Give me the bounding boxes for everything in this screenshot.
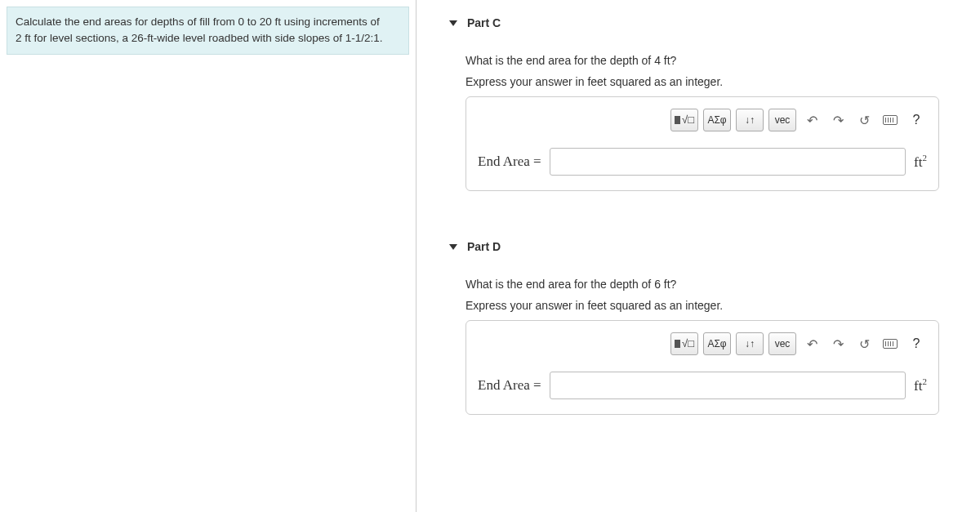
- rect-icon: [675, 116, 680, 124]
- redo-button[interactable]: ↷: [827, 332, 849, 355]
- part-c-answer-input[interactable]: [550, 148, 906, 176]
- keyboard-button[interactable]: [880, 332, 901, 355]
- undo-button[interactable]: ↶: [801, 332, 822, 355]
- undo-button[interactable]: ↶: [801, 109, 822, 131]
- problem-statement: Calculate the end areas for depths of fi…: [7, 7, 409, 55]
- help-button[interactable]: ?: [906, 332, 927, 355]
- part-c-title: Part C: [467, 16, 501, 29]
- help-button[interactable]: ?: [906, 109, 927, 131]
- left-panel: Calculate the end areas for depths of fi…: [0, 0, 416, 512]
- reset-button[interactable]: ↺: [853, 109, 875, 131]
- chevron-down-icon: [449, 20, 457, 26]
- part-c: Part C What is the end area for the dept…: [449, 16, 972, 191]
- subscript-button[interactable]: ↓↑: [736, 109, 764, 131]
- vec-button[interactable]: vec: [768, 109, 796, 131]
- problem-line-1: Calculate the end areas for depths of fi…: [16, 16, 380, 28]
- part-c-answer-unit: ft2: [914, 153, 927, 171]
- problem-line-2: 2 ft for level sections, a 26-ft-wide le…: [16, 32, 383, 44]
- part-d-answer-input[interactable]: [550, 372, 906, 399]
- keyboard-icon: [883, 339, 898, 349]
- part-d-title: Part D: [467, 240, 501, 253]
- right-panel: Part C What is the end area for the dept…: [416, 0, 980, 512]
- part-d-header[interactable]: Part D: [449, 240, 972, 253]
- templates-button[interactable]: √□: [670, 332, 698, 355]
- part-c-header[interactable]: Part C: [449, 16, 972, 29]
- rect-icon: [675, 340, 680, 348]
- part-d-question: What is the end area for the depth of 6 …: [466, 278, 972, 291]
- part-c-question: What is the end area for the depth of 4 …: [466, 54, 972, 67]
- keyboard-button[interactable]: [880, 109, 901, 131]
- greek-button[interactable]: ΑΣφ: [703, 332, 731, 355]
- part-d-instruction: Express your answer in feet squared as a…: [466, 299, 972, 312]
- part-d-answer-label: End Area =: [478, 377, 541, 394]
- part-c-answer-label: End Area =: [478, 154, 541, 170]
- keyboard-icon: [883, 115, 898, 125]
- vec-button[interactable]: vec: [768, 332, 796, 355]
- chevron-down-icon: [449, 244, 457, 250]
- part-d: Part D What is the end area for the dept…: [449, 240, 972, 415]
- part-d-answer-card: √□ ΑΣφ ↓↑ vec ↶ ↷ ↺ ? End Area =: [466, 320, 939, 415]
- root-icon: √□: [682, 114, 694, 126]
- part-c-answer-card: √□ ΑΣφ ↓↑ vec ↶ ↷ ↺ ? End Area =: [466, 96, 939, 191]
- reset-button[interactable]: ↺: [853, 332, 875, 355]
- part-c-toolbar: √□ ΑΣφ ↓↑ vec ↶ ↷ ↺ ?: [478, 109, 927, 131]
- templates-button[interactable]: √□: [670, 109, 698, 131]
- root-icon: √□: [682, 337, 694, 349]
- part-c-instruction: Express your answer in feet squared as a…: [466, 75, 972, 88]
- greek-button[interactable]: ΑΣφ: [703, 109, 731, 131]
- part-d-answer-unit: ft2: [914, 376, 927, 394]
- subscript-button[interactable]: ↓↑: [736, 332, 764, 355]
- part-d-toolbar: √□ ΑΣφ ↓↑ vec ↶ ↷ ↺ ?: [478, 332, 927, 355]
- redo-button[interactable]: ↷: [827, 109, 849, 131]
